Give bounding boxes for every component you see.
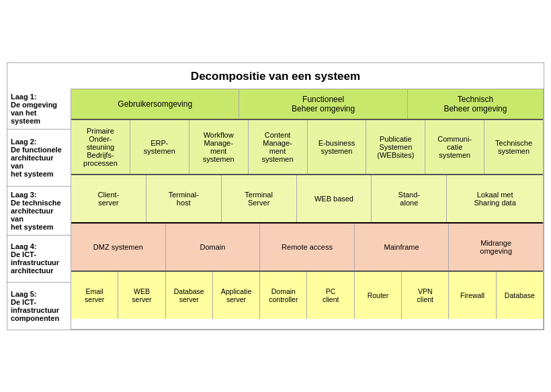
- layer5-cell-web: WEBserver: [118, 272, 165, 319]
- main-container: Decompositie van een systeem Laag 1: De …: [7, 62, 544, 330]
- layer4-row: DMZ systemen Domain Remote access Mainfr…: [71, 224, 543, 272]
- layer3-cell-terminal-server: TerminalServer: [222, 175, 297, 222]
- layer2-cell-publicatie: PublicatieSystemen(WEBsites): [366, 120, 425, 174]
- layer2-cell-ebusiness: E-businesssystemen: [308, 120, 367, 174]
- layer4-cell-remote: Remote access: [260, 224, 355, 271]
- layer1-label: Laag 1: De omgeving van het systeem: [7, 89, 71, 130]
- layer4-cell-mainframe: Mainframe: [355, 224, 450, 271]
- layer3-row: Client-server Terminal-host TerminalServ…: [71, 175, 543, 224]
- diagram: Laag 1: De omgeving van het systeem Laag…: [7, 89, 544, 330]
- layer1-cell-functioneel: FunctioneelBeheer omgeving: [239, 89, 407, 119]
- layer5-cell-router: Router: [355, 272, 402, 319]
- layer2-label: Laag 2: De functionele architectuur van …: [7, 130, 71, 187]
- layer4-label: Laag 4: De ICT- infrastructuur architect…: [7, 236, 71, 283]
- layer3-cell-client: Client-server: [71, 175, 146, 222]
- layer3-cell-terminal-host: Terminal-host: [146, 175, 222, 222]
- layer2-cell-technische: Technischesystemen: [484, 120, 543, 174]
- layer5-cell-pc: PCclient: [307, 272, 354, 319]
- layer2-cell-erp: ERP-systemen: [130, 120, 189, 174]
- layer4-cell-midrange: Midrangeomgeving: [449, 224, 543, 271]
- layer5-row: Emailserver WEBserver Databaseserver App…: [71, 272, 543, 319]
- layer5-cell-applicatie: Applicatieserver: [213, 272, 260, 319]
- page-title: Decompositie van een systeem: [7, 63, 544, 89]
- layer1-cell-gebruikers: Gebruikersomgeving: [71, 89, 239, 119]
- layer2-row: PrimaireOnder-steuningBedrijfs-processen…: [71, 120, 543, 175]
- layer2-cell-primaire: PrimaireOnder-steuningBedrijfs-processen: [71, 120, 130, 174]
- layer3-label: Laag 3: De technische architectuur van h…: [7, 187, 71, 236]
- layer2-cell-communicatie: Communi-catiesystemen: [425, 120, 484, 174]
- layer3-cell-lokaal: Lokaal metSharing data: [447, 175, 543, 222]
- layers-content: Gebruikersomgeving FunctioneelBeheer omg…: [71, 89, 544, 330]
- layer5-cell-vpn: VPNclient: [402, 272, 449, 319]
- layer3-cell-standalone: Stand-alone: [372, 175, 447, 222]
- layer5-cell-database-server: Databaseserver: [166, 272, 213, 319]
- layer4-cell-dmz: DMZ systemen: [71, 224, 166, 271]
- layer2-cell-content: ContentManage-mentsystemen: [249, 120, 308, 174]
- layer1-row: Gebruikersomgeving FunctioneelBeheer omg…: [71, 89, 543, 120]
- layer4-cell-domain: Domain: [166, 224, 261, 271]
- layer5-cell-database: Database: [497, 272, 543, 319]
- layer3-cell-web-based: WEB based: [297, 175, 372, 222]
- layer5-cell-firewall: Firewall: [449, 272, 496, 319]
- layer2-cell-workflow: WorkflowManage-mentsystemen: [189, 120, 249, 174]
- layer5-label: Laag 5: De ICT- infrastructuur component…: [7, 283, 71, 330]
- layer1-cell-technisch: TechnischBeheer omgeving: [408, 89, 543, 119]
- layer5-cell-email: Emailserver: [71, 272, 118, 319]
- layer5-cell-domain-controller: Domaincontroller: [260, 272, 307, 319]
- layer-labels: Laag 1: De omgeving van het systeem Laag…: [7, 89, 71, 330]
